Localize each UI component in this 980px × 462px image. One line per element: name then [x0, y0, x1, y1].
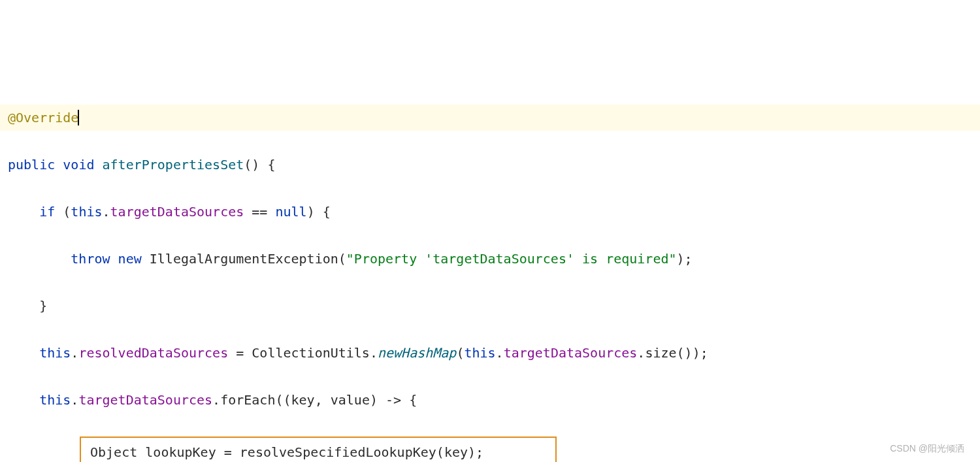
code-line: this.targetDataSources.forEach((key, val… — [0, 387, 980, 413]
highlighted-code-box: Object lookupKey = resolveSpecifiedLooku… — [0, 434, 980, 462]
watermark: CSDN @阳光倾洒 — [890, 441, 964, 455]
code-line: this.resolvedDataSources = CollectionUti… — [0, 340, 980, 366]
code-line: @Override — [0, 105, 980, 131]
text-cursor — [78, 110, 79, 125]
code-line: throw new IllegalArgumentException("Prop… — [0, 246, 980, 272]
code-line: public void afterPropertiesSet() { — [0, 152, 980, 178]
code-line: } — [0, 293, 980, 319]
code-editor[interactable]: @Override public void afterPropertiesSet… — [0, 84, 980, 462]
method-declaration: afterPropertiesSet — [103, 157, 244, 173]
code-line: Object lookupKey = resolveSpecifiedLooku… — [90, 444, 483, 460]
annotation: @Override — [8, 110, 78, 125]
code-line: if (this.targetDataSources == null) { — [0, 199, 980, 225]
